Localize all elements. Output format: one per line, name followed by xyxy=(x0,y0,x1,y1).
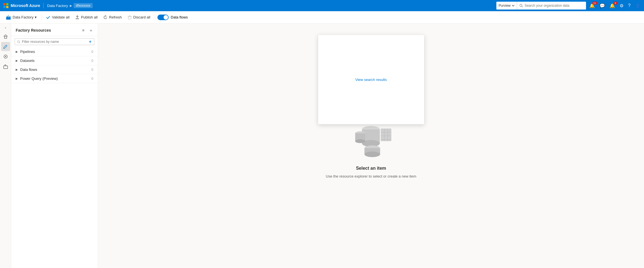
publish-icon xyxy=(75,15,80,20)
resource-expand-icon: ▶ xyxy=(16,77,18,80)
settings-icon[interactable]: ⚙ xyxy=(620,3,624,8)
toolbar: Data Factory ▾ Validate all Publish all … xyxy=(0,11,644,24)
home-icon xyxy=(3,34,8,39)
toggle-track xyxy=(157,15,169,20)
search-input-area[interactable] xyxy=(517,4,586,8)
sidebar-item-monitor[interactable] xyxy=(1,52,10,61)
svg-point-0 xyxy=(520,4,522,6)
sidebar-item-home[interactable] xyxy=(1,32,10,41)
factory-dropdown-arrow: ▾ xyxy=(35,15,37,19)
search-overlay-dropdown: View search results xyxy=(318,35,424,124)
microsoft-azure-brand[interactable]: Microsoft Azure xyxy=(3,3,40,8)
validate-icon xyxy=(46,15,50,20)
alerts-badge: 6 xyxy=(613,1,617,5)
resource-count: 0 xyxy=(91,59,93,63)
pencil-icon xyxy=(3,44,8,49)
refresh-button[interactable]: Refresh xyxy=(101,14,124,21)
resource-expand-icon: ▶ xyxy=(16,68,18,71)
breadcrumb: Data Factory ▶ dfxxxxxxx xyxy=(47,3,92,8)
resource-item[interactable]: ▶ Data flows 0 xyxy=(11,65,98,74)
main-layout: › Factory Resources xyxy=(0,24,644,268)
dataflows-toggle-label: Data flows xyxy=(171,15,188,19)
microsoft-logo xyxy=(3,3,8,8)
resource-label: Data flows xyxy=(20,67,89,72)
validate-all-button[interactable]: Validate all xyxy=(44,14,72,21)
filter-search-bar xyxy=(15,38,94,45)
resource-label: Pipelines xyxy=(20,50,89,54)
toggle-thumb xyxy=(164,15,168,20)
refresh-label: Refresh xyxy=(109,15,122,19)
azure-label: Microsoft Azure xyxy=(11,3,40,8)
svg-rect-4 xyxy=(8,15,9,17)
filter-input[interactable] xyxy=(22,40,87,44)
chat-icon[interactable]: 💬 xyxy=(599,3,605,8)
resources-title: Factory Resources xyxy=(16,28,51,32)
resource-expand-icon: ▶ xyxy=(16,50,18,53)
breadcrumb-arrow: ▶ xyxy=(70,4,72,8)
svg-point-14 xyxy=(17,41,19,43)
resource-item[interactable]: ▶ Pipelines 0 xyxy=(11,47,98,56)
svg-line-15 xyxy=(19,42,20,43)
resource-list: ▶ Pipelines 0 ▶ Datasets 0 ▶ Data flows … xyxy=(11,47,98,268)
view-search-results-link[interactable]: View search results xyxy=(355,78,387,82)
resource-item[interactable]: ▶ Datasets 0 xyxy=(11,56,98,65)
search-input[interactable] xyxy=(525,4,584,8)
close-panel-button[interactable]: « xyxy=(88,27,94,34)
discard-icon xyxy=(127,15,132,20)
toolbar-sep-2 xyxy=(155,14,155,21)
svg-rect-10 xyxy=(4,36,7,38)
notifications-icon[interactable]: 🔔 21 xyxy=(589,3,595,8)
publish-all-button[interactable]: Publish all xyxy=(73,14,100,21)
breadcrumb-factory-value: dfxxxxxxx xyxy=(74,3,93,8)
factory-icon xyxy=(6,15,11,20)
filter-search-icon xyxy=(17,40,20,44)
validate-label: Validate all xyxy=(52,15,69,19)
resource-label: Power Query (Preview) xyxy=(20,76,89,81)
alerts-icon[interactable]: 🔔 6 xyxy=(610,3,615,8)
svg-rect-5 xyxy=(10,16,10,17)
toolbar-sep-1 xyxy=(41,14,41,21)
dataflows-toggle[interactable]: Data flows xyxy=(157,15,188,20)
search-scope-label: Purview xyxy=(499,4,511,8)
svg-rect-6 xyxy=(76,18,79,19)
add-resource-icon[interactable] xyxy=(89,40,92,44)
collapse-all-button[interactable]: ≡ xyxy=(80,27,87,34)
discard-all-button[interactable]: Discard all xyxy=(125,14,153,21)
empty-state-title: Select an item xyxy=(356,166,386,171)
dropdown-chevron-icon xyxy=(512,4,515,7)
resource-expand-icon: ▶ xyxy=(16,59,18,62)
sidebar-collapse-button[interactable]: › xyxy=(5,26,6,30)
nav-divider xyxy=(43,3,44,8)
svg-point-23 xyxy=(355,139,365,143)
account-icon[interactable]: 👤 xyxy=(635,3,641,8)
empty-state-description: Use the resource explorer to select or c… xyxy=(326,174,416,178)
side-navigation: › xyxy=(0,24,11,268)
svg-rect-3 xyxy=(7,16,8,17)
briefcase-icon xyxy=(3,64,8,69)
discard-label: Discard all xyxy=(133,15,150,19)
main-content: View search results xyxy=(98,24,644,268)
publish-label: Publish all xyxy=(81,15,97,19)
help-icon[interactable]: ? xyxy=(628,3,631,8)
app-name-label: Data Factory xyxy=(47,4,68,8)
svg-rect-2 xyxy=(6,17,11,20)
resources-header: Factory Resources ≡ « xyxy=(11,24,98,36)
factory-resources-panel: Factory Resources ≡ « ▶ Pipelines 0 ▶ Da… xyxy=(11,24,98,268)
svg-point-32 xyxy=(364,152,380,157)
svg-rect-13 xyxy=(4,66,8,69)
svg-line-1 xyxy=(522,6,523,7)
sidebar-item-author[interactable] xyxy=(1,42,10,51)
refresh-icon xyxy=(103,15,108,20)
resource-label: Datasets xyxy=(20,59,89,63)
resource-item[interactable]: ▶ Power Query (Preview) 0 xyxy=(11,74,98,83)
sidebar-item-manage[interactable] xyxy=(1,62,10,71)
search-scope-dropdown[interactable]: Purview xyxy=(496,2,517,10)
svg-rect-24 xyxy=(381,129,391,141)
resources-actions: ≡ « xyxy=(80,27,94,34)
search-icon xyxy=(519,4,523,8)
top-navigation: Microsoft Azure Data Factory ▶ dfxxxxxxx… xyxy=(0,0,644,11)
monitor-icon xyxy=(3,54,8,59)
factory-name-button[interactable]: Data Factory ▾ xyxy=(3,13,39,21)
resource-count: 0 xyxy=(91,68,93,72)
global-search-container: Purview xyxy=(496,2,586,10)
